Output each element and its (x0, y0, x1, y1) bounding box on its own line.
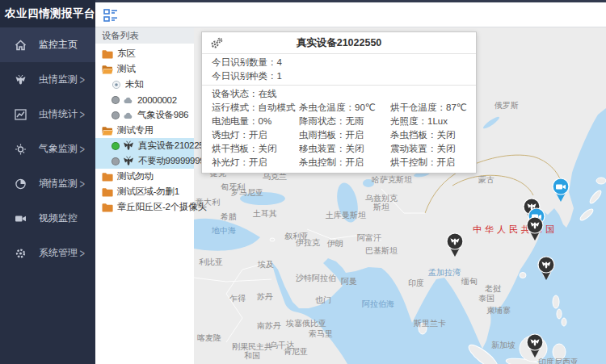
panel-toggle-icon[interactable] (103, 7, 119, 23)
sidebar-item-label: 气象监测 (39, 142, 78, 156)
tree-folder-0[interactable]: 东区 (95, 46, 194, 61)
popup-stat-row: 今日识别种类：1 (202, 69, 476, 83)
status-value: 在线 (259, 89, 277, 98)
home-icon (14, 39, 27, 52)
radio-icon (112, 80, 121, 90)
tree-folder-10[interactable]: 章丘阳丘区-2个摄像头 (95, 199, 194, 215)
sidebar-item-label: 视频监控 (39, 211, 78, 225)
app-window: 农业四情测报平台 监控主页虫情监测>虫情统计>气象监测>墒情监测>视频监控系统管… (0, 0, 606, 364)
folder-icon (102, 203, 113, 212)
folder-open-icon (102, 65, 113, 74)
chevron-right-icon: > (80, 108, 85, 121)
popup-grid-cell: 杀虫仓温度：90℃ (299, 101, 390, 115)
topbar (95, 2, 606, 27)
sidebar-item-1[interactable]: 虫情监测> (0, 62, 95, 97)
popup-grid-cell: 诱虫灯：开启 (212, 128, 299, 142)
tree-item-label: 不要动99999999 (138, 155, 204, 167)
tree-device-7[interactable]: 不要动99999999 (95, 153, 194, 169)
chevron-right-icon: > (80, 247, 85, 260)
sidebar-item-0[interactable]: 监控主页 (0, 27, 95, 62)
tree-item-label: 测试专用 (117, 124, 154, 136)
popup-grid: 运行模式：自动模式杀虫仓温度：90℃烘干仓温度：87℃电池电量：0%降雨状态：无… (202, 101, 476, 173)
popup-grid-cell: 运行模式：自动模式 (212, 101, 299, 115)
tree-device-3[interactable]: 20000002 (95, 92, 194, 107)
chart-icon (14, 108, 27, 121)
device-panel: 设备列表 东区测试未知20000002气象设备986测试专用真实设备210225… (95, 27, 194, 364)
tree-device-2[interactable]: 未知 (95, 77, 194, 92)
popup-grid-cell: 杀虫挡板：关闭 (390, 128, 478, 142)
popup-grid-cell: 光照度：1Lux (390, 115, 478, 128)
sidebar-item-label: 监控主页 (39, 38, 78, 52)
status-dot-gray (112, 157, 120, 165)
sidebar-item-3[interactable]: 气象监测> (0, 132, 95, 166)
status-label: 设备状态 (212, 89, 249, 98)
bug-icon (14, 73, 27, 86)
map-canvas[interactable]: 俄罗斯蒙古中华人民共和国哈萨克斯坦乌克兰捷克匈牙利罗马尼亚意大利希腊地中海土耳其… (194, 27, 606, 364)
tree-item-label: 未知 (125, 78, 143, 90)
tree-device-4[interactable]: 气象设备986 (95, 107, 194, 123)
insect-device-marker-pin[interactable] (537, 256, 556, 281)
device-tree: 东区测试未知20000002气象设备986测试专用真实设备21022550不要动… (95, 44, 194, 215)
tree-item-label: 章丘阳丘区-2个摄像头 (117, 201, 206, 213)
sidebar-item-5[interactable]: 视频监控 (0, 201, 95, 236)
status-dot-gray (112, 111, 120, 119)
tree-item-label: 气象设备986 (137, 109, 188, 121)
moth-icon (123, 156, 134, 166)
chevron-right-icon: > (80, 73, 85, 86)
popup-grid-cell: 烘干仓温度：87℃ (390, 101, 478, 115)
folder-icon (102, 172, 113, 182)
popup-grid-cell: 烘干控制：开启 (390, 156, 478, 169)
sidebar-item-label: 墒情监测 (39, 177, 78, 190)
popup-grid-cell: 震动装置：关闭 (390, 142, 478, 156)
popup-grid-cell: 杀虫控制：开启 (299, 156, 390, 169)
device-panel-header: 设备列表 (95, 27, 194, 44)
popup-grid-cell: 移虫装置：关闭 (299, 142, 390, 156)
folder-open-icon (102, 126, 113, 136)
status-dot-gray (112, 96, 120, 104)
status-dot-green (112, 142, 120, 150)
tree-folder-8[interactable]: 测试勿动 (95, 169, 194, 184)
folder-icon (102, 187, 113, 197)
tree-item-label: 东区 (117, 48, 135, 60)
popup-grid-cell: 烘干挡板：关闭 (212, 142, 299, 156)
cloud-icon (123, 96, 133, 104)
moth-icon (123, 140, 134, 151)
tree-item-label: 20000002 (137, 95, 177, 105)
chevron-right-icon: > (80, 143, 85, 156)
tree-device-6[interactable]: 真实设备21022550 (95, 138, 194, 153)
popup-grid-cell: 电池电量：0% (212, 115, 299, 128)
tree-item-label: 测试 (117, 63, 135, 75)
device-info-popup: 真实设备21022550 今日识别数量：4今日识别种类：1 设备状态：在线 运行… (201, 31, 477, 174)
popup-stats: 今日识别数量：4今日识别种类：1 (202, 54, 476, 86)
weather-icon (14, 143, 27, 156)
gear-icon (14, 247, 27, 260)
tree-folder-9[interactable]: 测试区域-勿删1 (95, 184, 194, 199)
tree-item-label: 测试勿动 (117, 170, 154, 182)
sidebar: 农业四情测报平台 监控主页虫情监测>虫情统计>气象监测>墒情监测>视频监控系统管… (0, 0, 95, 364)
folder-icon (102, 49, 113, 59)
tree-folder-1[interactable]: 测试 (95, 61, 194, 77)
popup-grid-cell: 虫雨挡板：开启 (299, 128, 390, 142)
moisture-icon (14, 178, 27, 190)
device-status-row: 设备状态：在线 (202, 86, 476, 101)
insect-device-marker-pin[interactable] (445, 232, 465, 257)
sidebar-item-2[interactable]: 虫情统计> (0, 97, 95, 132)
sidebar-item-label: 系统管理 (39, 246, 78, 260)
colon: ： (249, 89, 259, 98)
popup-stat-row: 今日识别数量：4 (202, 56, 476, 69)
popup-grid-cell: 降雨状态：无雨 (299, 115, 390, 128)
popup-header: 真实设备21022550 (202, 32, 476, 54)
camera-marker-pin[interactable] (551, 178, 570, 203)
insect-device-marker-pin[interactable] (525, 333, 545, 358)
sidebar-item-4[interactable]: 墒情监测> (0, 166, 95, 201)
sidebar-item-6[interactable]: 系统管理> (0, 236, 95, 270)
settings-gears-icon[interactable] (210, 37, 223, 51)
sidebar-item-label: 虫情监测 (39, 73, 78, 86)
tree-folder-5[interactable]: 测试专用 (95, 123, 194, 138)
cloud-icon (123, 111, 133, 119)
tree-item-label: 测试区域-勿删1 (117, 186, 179, 198)
sidebar-nav: 监控主页虫情监测>虫情统计>气象监测>墒情监测>视频监控系统管理> (0, 27, 95, 270)
insect-device-marker-pin[interactable] (525, 216, 545, 241)
chevron-right-icon: > (80, 178, 85, 190)
popup-grid-cell: 补光灯：开启 (212, 156, 299, 169)
